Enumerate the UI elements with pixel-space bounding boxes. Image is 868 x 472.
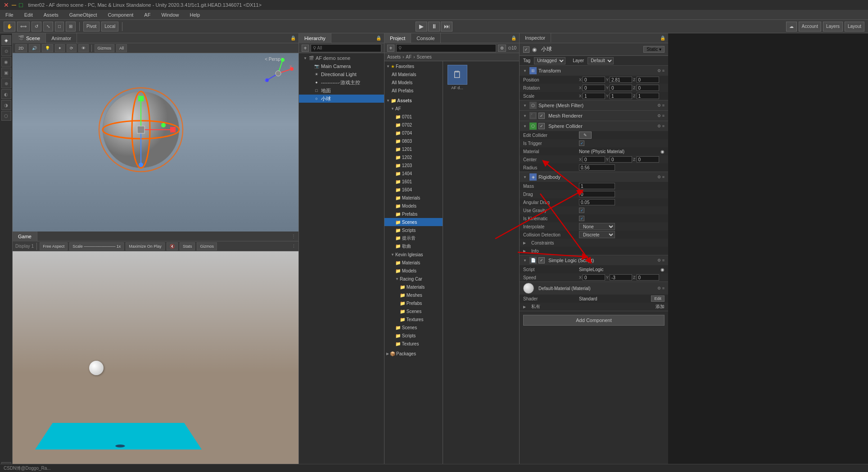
transform-settings-icon[interactable]: ⚙ ≡ <box>657 68 665 73</box>
sidebar-icon-scene[interactable]: ◈ <box>1 35 11 45</box>
sc-settings[interactable]: ⚙ ≡ <box>657 124 665 128</box>
breadcrumb-scenes[interactable]: Scenes <box>416 54 431 59</box>
scene-root-item[interactable]: ▼ 🎬 AF demo scene <box>299 54 384 62</box>
local-btn[interactable]: Local <box>101 22 118 32</box>
hierarchy-add-btn[interactable]: + <box>302 45 309 52</box>
inspector-tab[interactable]: Inspector <box>520 33 551 43</box>
transform-rotate-btn[interactable]: ↺ <box>32 22 41 32</box>
pos-y-field[interactable] <box>610 77 632 83</box>
favorites-header[interactable]: ▼ ★ Favorites <box>384 62 443 70</box>
breadcrumb-assets[interactable]: Assets <box>387 54 401 59</box>
hierarchy-floor[interactable]: □ 地面 <box>299 86 384 95</box>
sidebar-icon-5[interactable]: ◐ <box>1 89 11 99</box>
sx-field[interactable] <box>583 274 605 281</box>
transform-rect-btn[interactable]: □ <box>55 22 64 32</box>
sidebar-icon-6[interactable]: ◑ <box>1 100 11 110</box>
scene-rotate-btn[interactable]: ⟳ <box>67 44 77 52</box>
kevin-folder[interactable]: ▼ Kevin Iglesias <box>384 250 443 259</box>
angular-drag-field[interactable] <box>579 199 615 205</box>
project-lock-icon[interactable]: 🔒 <box>511 36 516 41</box>
stats-btn[interactable]: Stats <box>180 242 195 250</box>
tab-game[interactable]: Game <box>13 231 37 241</box>
collision-detection-select[interactable]: Discrete <box>579 231 615 238</box>
folder-scripts[interactable]: 📁 Scripts <box>384 226 443 234</box>
mute-btn[interactable]: 🔇 <box>167 242 178 250</box>
rc-prefabs[interactable]: 📁 Prefabs <box>384 299 443 307</box>
rot-y-field[interactable] <box>610 85 632 91</box>
inspector-lock-icon[interactable]: 🔒 <box>660 36 665 41</box>
tab-project[interactable]: Project <box>384 33 411 43</box>
shader-edit-btn[interactable]: Edit <box>651 295 665 302</box>
folder-prefabs[interactable]: 📁 Prefabs <box>384 210 443 218</box>
mr-settings[interactable]: ⚙ ≡ <box>657 113 665 118</box>
folder-1203[interactable]: 📁 1203 <box>384 161 443 169</box>
scene-gizmos-btn[interactable]: Gizmos <box>95 44 115 52</box>
folder-1604[interactable]: 📁 1604 <box>384 186 443 194</box>
radius-field[interactable] <box>579 164 615 171</box>
layout-btn[interactable]: Layout <box>845 22 864 32</box>
object-active-check[interactable]: ✓ <box>523 46 529 53</box>
scene-hidden-btn[interactable]: 👁 <box>78 44 89 52</box>
kevin-models[interactable]: 📁 Models <box>384 267 443 275</box>
sc-header[interactable]: ▼ ⬡ ✓ Sphere Collider ⚙ ≡ <box>520 121 668 131</box>
mf-settings[interactable]: ⚙ ≡ <box>657 103 665 108</box>
sy-field[interactable] <box>610 274 632 281</box>
hierarchy-directional-light[interactable]: ☀ Directional Light <box>299 70 384 78</box>
folder-models[interactable]: 📁 Models <box>384 202 443 210</box>
mr-check[interactable]: ✓ <box>538 113 545 119</box>
scene-file-item[interactable]: 🗒 AF d... <box>445 63 470 92</box>
project-add-btn[interactable]: + <box>387 45 394 52</box>
drag-field[interactable] <box>579 191 615 197</box>
project-filter-btn[interactable]: ⚙ <box>498 45 506 52</box>
hierarchy-lock-icon[interactable]: 🔒 <box>376 36 381 41</box>
static-button[interactable]: Static ▾ <box>643 46 665 53</box>
mesh-renderer-header[interactable]: ▼ ⬛ ✓ Mesh Renderer ⚙ ≡ <box>520 111 668 121</box>
scripts-sub[interactable]: 📁 Scripts <box>384 331 443 340</box>
pos-x-field[interactable] <box>583 77 605 83</box>
all-materials-item[interactable]: All Materials <box>384 70 443 78</box>
tab-console[interactable]: Console <box>411 33 440 43</box>
tag-select[interactable]: Untagged <box>534 57 565 64</box>
edit-collider-btn[interactable]: ✎ <box>579 132 592 139</box>
folder-scenes[interactable]: 📁 Scenes <box>384 218 443 226</box>
hierarchy-game-ctrl[interactable]: ● -----------·游戏主控 <box>299 78 384 86</box>
scene-effects-btn[interactable]: ✦ <box>55 44 65 52</box>
mass-field[interactable] <box>579 183 615 189</box>
folder-0803[interactable]: 📁 0803 <box>384 137 443 145</box>
sidebar-icon-1[interactable]: ⊙ <box>1 46 11 56</box>
script-pick[interactable]: ◉ <box>660 267 665 272</box>
folder-1404[interactable]: 📁 1404 <box>384 169 443 177</box>
sidebar-icon-2[interactable]: ◉ <box>1 57 11 67</box>
folder-0701[interactable]: 📁 0701 <box>384 113 443 121</box>
folder-1201[interactable]: 📁 1201 <box>384 145 443 153</box>
pivot-btn[interactable]: Pivot <box>83 22 99 32</box>
scale-y-field[interactable] <box>610 93 632 99</box>
scale-x-field[interactable] <box>583 93 605 99</box>
folder-1202[interactable]: 📁 1202 <box>384 153 443 161</box>
mesh-filter-header[interactable]: ▼ ⬡ Sphere (Mesh Filter) ⚙ ≡ <box>520 100 668 110</box>
use-gravity-check[interactable]: ✓ <box>579 208 584 213</box>
private-add-btn[interactable]: 添加 <box>656 304 665 310</box>
scene-sound-btn[interactable]: 🔊 <box>29 44 40 52</box>
menu-component[interactable]: Component <box>106 12 135 18</box>
step-button[interactable]: ⏭ <box>441 22 452 32</box>
breadcrumb-af[interactable]: AF <box>406 54 411 59</box>
assets-header[interactable]: ▼ 📁 Assets <box>384 96 443 104</box>
af-folder[interactable]: ▼ AF <box>384 104 443 113</box>
sidebar-icon-3[interactable]: ▣ <box>1 68 11 77</box>
all-prefabs-item[interactable]: All Prefabs <box>384 86 443 95</box>
rc-materials[interactable]: 📁 Materials <box>384 283 443 291</box>
transform-hand-btn[interactable]: ✋ <box>4 22 15 32</box>
hierarchy-main-camera[interactable]: 📷 Main Camera <box>299 62 384 70</box>
is-trigger-check[interactable]: ✓ <box>579 141 584 146</box>
scene-all-btn[interactable]: All <box>116 44 127 52</box>
menu-window[interactable]: Window <box>159 12 181 18</box>
pos-z-field[interactable] <box>637 77 659 83</box>
transform-move-btn[interactable]: ⟺ <box>17 22 30 32</box>
scene-2d-btn[interactable]: 2D <box>15 44 27 52</box>
scale-z-field[interactable] <box>637 93 659 99</box>
rb-header[interactable]: ▼ ◈ Rigidbody ⚙ ≡ <box>520 172 668 182</box>
max-btn[interactable]: □ <box>19 1 23 9</box>
sl-check[interactable]: ✓ <box>538 257 545 263</box>
play-button[interactable]: ▶ <box>416 22 427 32</box>
